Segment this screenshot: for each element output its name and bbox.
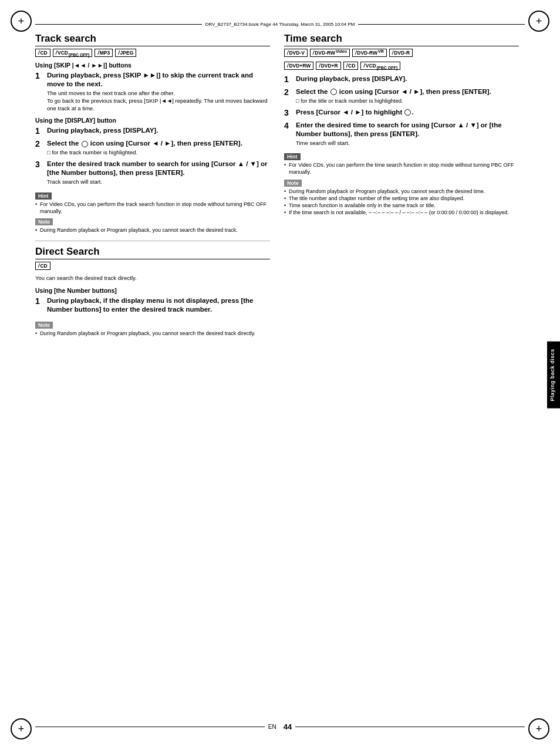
badge-vcd-time: /VCD[PBC OFF] xyxy=(360,62,400,70)
track-step1-title: During playback, press [SKIP ►►|] to ski… xyxy=(47,71,270,89)
track-note-item: During Random playback or Program playba… xyxy=(35,227,270,234)
track-hint-label: Hint xyxy=(35,192,52,200)
direct-subsection-label: Using [the Number buttons] xyxy=(35,287,270,294)
time-step4: 4 Enter the desired time to search for u… xyxy=(284,121,519,147)
track-display-step3-title: Enter the desired track number to search… xyxy=(47,160,270,177)
direct-search-intro: You can search the desired track directl… xyxy=(35,275,270,282)
track-search-badges: /CD /VCD[PBC OFF] /MP3 /JPEG xyxy=(35,49,270,57)
time-step1-title: During playback, press [DISPLAY]. xyxy=(296,75,519,83)
track-display-step1-num: 1 xyxy=(35,126,43,136)
badge-cd-time: /CD xyxy=(343,62,359,70)
badge-mp3: /MP3 xyxy=(95,49,113,57)
badge-dvdplusrw: /DVD+RW xyxy=(284,62,313,70)
left-column: Track search /CD /VCD[PBC OFF] /MP3 /JPE… xyxy=(35,33,270,717)
track-step1-content: During playback, press [SKIP ►►|] to ski… xyxy=(47,71,270,112)
track-step1-num: 1 xyxy=(35,71,43,112)
track-display-step3-num: 3 xyxy=(35,160,43,186)
time-search-badges-row2: /DVD+RW /DVD+R /CD /VCD[PBC OFF] xyxy=(284,62,519,70)
track-note-label: Note xyxy=(35,218,53,225)
direct-note-text: During Random playback or Program playba… xyxy=(35,330,270,337)
time-step4-desc: Time search will start. xyxy=(296,140,519,147)
time-step2-desc: □ for the title or track number is highl… xyxy=(296,97,519,105)
time-step3-num: 3 xyxy=(284,108,292,118)
track-step1-desc: The unit moves to the next track one aft… xyxy=(47,90,270,112)
right-column: Time search /DVD-V /DVD-RWVideo /DVD-RWV… xyxy=(284,33,519,717)
time-step4-content: Enter the desired time to search for usi… xyxy=(296,121,519,147)
badge-jpeg: /JPEG xyxy=(115,49,136,57)
time-note-item-2: The title number and chapter number of t… xyxy=(284,195,519,202)
corner-decoration-bl xyxy=(11,718,32,739)
track-display-step2-desc: □ for the track number is highlighted. xyxy=(47,149,270,157)
badge-cd-direct: /CD xyxy=(35,262,50,270)
badge-dvdv: /DVD-V xyxy=(284,49,308,57)
time-step1: 1 During playback, press [DISPLAY]. xyxy=(284,75,519,85)
icon-circle-track xyxy=(82,141,88,147)
direct-search-section: Direct Search /CD You can search the des… xyxy=(35,246,270,337)
track-step1: 1 During playback, press [SKIP ►►|] to s… xyxy=(35,71,270,112)
time-note-label: Note xyxy=(284,180,302,187)
track-display-step1-content: During playback, press [DISPLAY]. xyxy=(47,126,270,136)
badge-dvdrw-vr: /DVD-RWVR xyxy=(352,49,387,57)
time-step4-num: 4 xyxy=(284,121,292,147)
track-display-step3-desc: Track search will start. xyxy=(47,178,270,186)
track-display-step1-title: During playback, press [DISPLAY]. xyxy=(47,126,270,135)
track-subsection1-label: Using [SKIP |◄◄ / ►►|] buttons xyxy=(35,62,270,69)
header-line-left xyxy=(35,24,202,25)
main-content: Track search /CD /VCD[PBC OFF] /MP3 /JPE… xyxy=(35,33,519,717)
time-hint-text: For Video CDs, you can perform the time … xyxy=(284,161,519,175)
time-step2: 2 Select the icon using [Cursor ◄ / ►], … xyxy=(284,87,519,105)
direct-step1-num: 1 xyxy=(35,296,43,315)
badge-dvdplusr: /DVD+R xyxy=(316,62,340,70)
footer-en-label: EN xyxy=(265,724,280,730)
time-search-badges-row1: /DVD-V /DVD-RWVideo /DVD-RWVR /DVD-R xyxy=(284,49,519,57)
time-step3-content: Press [Cursor ◄ / ►] to highlight . xyxy=(296,108,519,118)
time-note-item-4: If the time search is not available, – –… xyxy=(284,209,519,216)
time-search-title: Time search xyxy=(284,33,519,46)
time-step2-content: Select the icon using [Cursor ◄ / ►], th… xyxy=(296,87,519,105)
section-divider xyxy=(35,241,270,241)
track-search-title: Track search xyxy=(35,33,270,46)
time-step2-num: 2 xyxy=(284,87,292,105)
track-display-step3-content: Enter the desired track number to search… xyxy=(47,160,270,186)
footer-line-left xyxy=(35,727,265,727)
track-subsection2-label: Using the [DISPLAY] button xyxy=(35,117,270,124)
header-line-right xyxy=(358,24,525,25)
direct-step1: 1 During playback, if the display menu i… xyxy=(35,296,270,315)
direct-search-badges: /CD xyxy=(35,262,270,270)
icon-circle-time2 xyxy=(330,89,337,95)
badge-dvdr: /DVD-R xyxy=(389,49,413,57)
time-hint-label: Hint xyxy=(284,153,301,160)
badge-cd: /CD xyxy=(35,49,50,57)
track-display-step3: 3 Enter the desired track number to sear… xyxy=(35,160,270,186)
track-search-section: Track search /CD /VCD[PBC OFF] /MP3 /JPE… xyxy=(35,33,270,234)
side-tab: Playing back discs xyxy=(547,342,560,408)
page: DRV_B2737_B2734.book Page 44 Thursday, M… xyxy=(0,0,560,750)
track-display-step2: 2 Select the icon using [Cursor ◄ / ►], … xyxy=(35,139,270,157)
time-search-section: Time search /DVD-V /DVD-RWVideo /DVD-RWV… xyxy=(284,33,519,216)
track-display-step2-title: Select the icon using [Cursor ◄ / ►], th… xyxy=(47,139,270,148)
direct-step1-content: During playback, if the display menu is … xyxy=(47,296,270,315)
time-note-item-1: During Random playback or Program playba… xyxy=(284,188,519,195)
time-step2-title: Select the icon using [Cursor ◄ / ►], th… xyxy=(296,87,519,96)
track-note-text: During Random playback or Program playba… xyxy=(35,227,270,234)
footer-line-right xyxy=(295,727,525,727)
direct-step1-title: During playback, if the display menu is … xyxy=(47,296,270,314)
track-hint-text: For Video CDs, you can perform the track… xyxy=(35,201,270,215)
time-note-text: During Random playback or Program playba… xyxy=(284,188,519,217)
track-display-step2-num: 2 xyxy=(35,139,43,157)
track-display-step2-content: Select the icon using [Cursor ◄ / ►], th… xyxy=(47,139,270,157)
corner-decoration-br xyxy=(528,718,549,739)
time-note-item-3: Time search function is available only i… xyxy=(284,202,519,209)
icon-circle-time3 xyxy=(404,109,411,116)
time-step1-content: During playback, press [DISPLAY]. xyxy=(296,75,519,85)
time-hint-item: For Video CDs, you can perform the time … xyxy=(284,161,519,175)
header: DRV_B2737_B2734.book Page 44 Thursday, M… xyxy=(35,19,525,29)
corner-decoration-tl xyxy=(11,11,32,32)
direct-search-title: Direct Search xyxy=(35,246,270,259)
corner-decoration-tr xyxy=(528,11,549,32)
time-step3: 3 Press [Cursor ◄ / ►] to highlight . xyxy=(284,108,519,118)
footer-page-num: 44 xyxy=(280,722,295,731)
header-text: DRV_B2737_B2734.book Page 44 Thursday, M… xyxy=(202,22,359,27)
time-step1-num: 1 xyxy=(284,75,292,85)
badge-dvdrw-video: /DVD-RWVideo xyxy=(310,49,350,57)
